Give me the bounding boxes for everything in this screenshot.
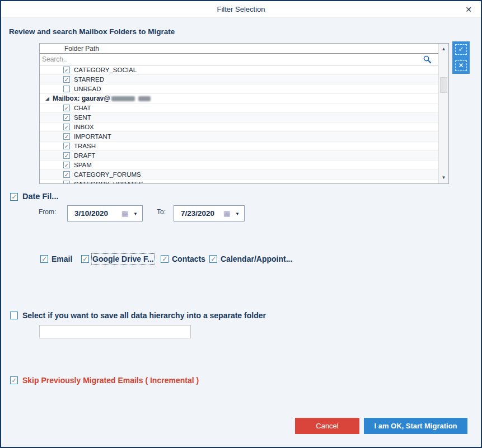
search-icon[interactable] — [423, 55, 432, 64]
contacts-label: Contacts — [172, 254, 205, 263]
x-icon: ✕ — [458, 62, 464, 69]
dialog-title: Filter Selection — [1, 1, 481, 18]
folder-checkbox[interactable]: ✓ — [63, 133, 70, 140]
folder-checkbox[interactable]: ✓ — [63, 143, 70, 149]
check-icon: ✓ — [458, 45, 464, 53]
calendar-icon[interactable]: ▦ — [121, 209, 129, 218]
folder-row[interactable]: ✓TRASH — [40, 142, 438, 151]
folder-row-label: CATEGORY_SOCIAL — [74, 67, 137, 73]
filter-selection-dialog: Filter Selection ✕ Review and search Mai… — [0, 0, 482, 448]
folder-checkbox[interactable]: ✓ — [63, 76, 70, 83]
expander-icon[interactable]: ◢ — [45, 96, 49, 101]
email-checkbox[interactable]: ✓ — [40, 255, 48, 263]
date-filter-checkbox[interactable]: ✓ — [10, 193, 18, 201]
folder-search-row — [40, 54, 438, 65]
select-all-button[interactable]: ✓ — [452, 41, 470, 58]
separate-folder-checkbox[interactable] — [10, 312, 18, 319]
chevron-down-icon[interactable]: ▼ — [133, 211, 138, 216]
folder-row-label: SENT — [74, 114, 91, 121]
folder-row[interactable]: ✓SENT — [40, 113, 438, 122]
date-filter-label: Date Fil... — [22, 192, 58, 201]
folder-row-label: INBOX — [74, 124, 94, 130]
calendar-appointments-checkbox[interactable]: ✓ — [209, 255, 217, 263]
folder-row[interactable]: ✓INBOX — [40, 122, 438, 132]
search-input[interactable] — [41, 54, 380, 64]
folder-row[interactable]: UNREAD — [40, 84, 438, 94]
folder-checkbox[interactable]: ✓ — [63, 171, 70, 178]
folder-checkbox[interactable]: ✓ — [63, 67, 70, 73]
to-label: To: — [157, 208, 166, 216]
folder-row-label: SPAM — [74, 162, 92, 168]
scrollbar-thumb[interactable] — [440, 77, 447, 93]
folder-row-label: CHAT — [74, 105, 91, 111]
folder-row[interactable]: ✓CATEGORY_SOCIAL — [40, 65, 438, 75]
to-date-value: 7/23/2020 — [181, 209, 214, 218]
folder-row-label: CATEGORY_UPDATES — [74, 181, 143, 183]
mailbox-group-row[interactable]: ◢Mailbox: gaurav@ — [40, 94, 438, 103]
folder-path-column-header[interactable]: Folder Path — [40, 44, 438, 54]
folder-path-header-label: Folder Path — [64, 45, 99, 53]
folder-checkbox[interactable]: ✓ — [63, 181, 70, 183]
start-migration-button[interactable]: I am OK, Start Migration — [364, 418, 467, 434]
scroll-down-icon[interactable]: ▼ — [439, 173, 448, 182]
folder-row[interactable]: ✓SPAM — [40, 161, 438, 170]
vertical-scrollbar[interactable]: ▲ ▼ — [438, 44, 448, 183]
folder-checkbox[interactable]: ✓ — [63, 105, 70, 111]
folder-rows: ✓CATEGORY_SOCIAL✓STARREDUNREAD◢Mailbox: … — [40, 65, 438, 183]
calendar-icon[interactable]: ▦ — [223, 209, 231, 218]
separate-folder-input[interactable] — [39, 325, 191, 338]
folder-checkbox[interactable]: ✓ — [63, 162, 70, 168]
folder-row[interactable]: ✓IMPORTANT — [40, 132, 438, 142]
google-drive-label: Google Drive F... — [92, 254, 154, 263]
folder-row[interactable]: ✓STARRED — [40, 75, 438, 84]
titlebar: Filter Selection ✕ — [1, 1, 481, 18]
from-date-picker[interactable]: 3/10/2020 ▦ ▼ — [67, 205, 143, 221]
email-label: Email — [52, 254, 72, 263]
calendar-appointments-label: Calendar/Appoint... — [221, 254, 292, 263]
folder-checkbox[interactable]: ✓ — [63, 152, 70, 159]
mailbox-label: Mailbox: gaurav@ — [53, 95, 110, 102]
redacted-email-domain — [111, 96, 152, 102]
folder-checkbox[interactable]: ✓ — [63, 114, 70, 121]
chevron-down-icon[interactable]: ▼ — [235, 211, 240, 216]
folder-row[interactable]: ✓DRAFT — [40, 151, 438, 161]
folder-checkbox[interactable] — [63, 86, 70, 92]
close-icon[interactable]: ✕ — [464, 4, 474, 15]
from-date-value: 3/10/2020 — [74, 209, 108, 218]
folder-row-label: TRASH — [74, 143, 96, 149]
folder-row[interactable]: ✓CATEGORY_FORUMS — [40, 170, 438, 180]
deselect-all-button[interactable]: ✕ — [452, 58, 470, 74]
skip-incremental-label: Skip Previously Migrated Emails ( Increm… — [22, 376, 199, 385]
folder-list: Folder Path ✓CATEGORY_SOCIAL✓STARREDUNRE… — [39, 43, 449, 184]
folder-row-label: STARRED — [74, 76, 104, 83]
folder-list-content: Folder Path ✓CATEGORY_SOCIAL✓STARREDUNRE… — [40, 44, 438, 183]
folder-row-label: CATEGORY_FORUMS — [74, 171, 141, 178]
separate-folder-label: Select if you want to save all data hier… — [22, 311, 266, 320]
folder-row-label: DRAFT — [74, 152, 95, 159]
skip-incremental-checkbox[interactable]: ✓ — [10, 376, 18, 384]
folder-row-label: UNREAD — [74, 86, 101, 92]
folder-row[interactable]: ✓CATEGORY_UPDATES — [40, 180, 438, 183]
page-title: Review and search Mailbox Folders to Mig… — [9, 27, 175, 36]
from-label: From: — [39, 208, 56, 216]
folder-row-label: IMPORTANT — [74, 133, 111, 140]
google-drive-checkbox[interactable]: ✓ — [81, 255, 89, 263]
cancel-button[interactable]: Cancel — [295, 418, 359, 434]
folder-row[interactable]: ✓CHAT — [40, 103, 438, 113]
contacts-checkbox[interactable]: ✓ — [161, 255, 169, 263]
to-date-picker[interactable]: 7/23/2020 ▦ ▼ — [174, 205, 245, 221]
folder-checkbox[interactable]: ✓ — [63, 124, 70, 130]
scroll-up-icon[interactable]: ▲ — [439, 45, 448, 54]
